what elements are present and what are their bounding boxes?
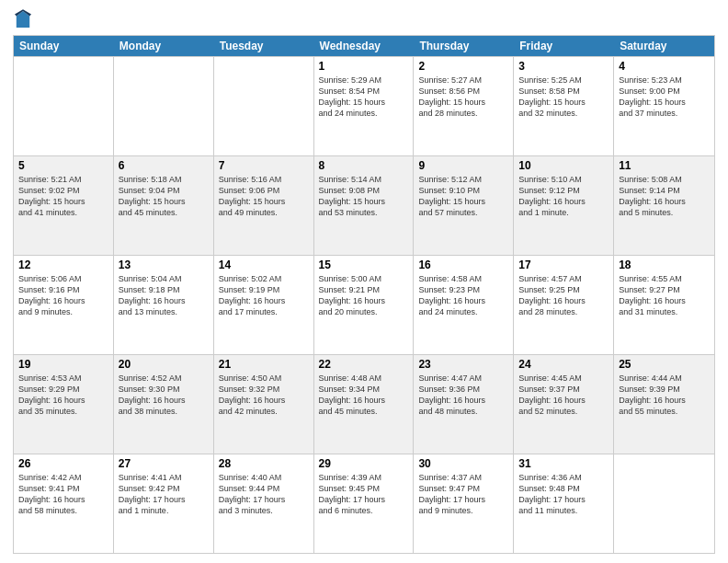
cal-cell: 2Sunrise: 5:27 AM Sunset: 8:56 PM Daylig… [414,57,514,155]
week-row-2: 12Sunrise: 5:06 AM Sunset: 9:16 PM Dayli… [14,255,714,354]
cell-info: Sunrise: 5:18 AM Sunset: 9:04 PM Dayligh… [119,174,209,219]
cell-info: Sunrise: 5:27 AM Sunset: 8:56 PM Dayligh… [418,75,508,120]
cal-cell: 23Sunrise: 4:47 AM Sunset: 9:36 PM Dayli… [414,355,514,454]
day-number: 18 [619,259,710,271]
cal-cell: 27Sunrise: 4:41 AM Sunset: 9:42 PM Dayli… [114,454,214,553]
cal-cell: 30Sunrise: 4:37 AM Sunset: 9:47 PM Dayli… [414,454,514,553]
cal-cell: 28Sunrise: 4:40 AM Sunset: 9:44 PM Dayli… [214,454,314,553]
cal-cell: 14Sunrise: 5:02 AM Sunset: 9:19 PM Dayli… [214,256,314,354]
cal-cell [14,57,114,155]
header-day-sunday: Sunday [14,36,114,56]
cal-cell: 1Sunrise: 5:29 AM Sunset: 8:54 PM Daylig… [314,57,415,155]
day-number: 28 [219,457,309,470]
cal-cell: 31Sunrise: 4:36 AM Sunset: 9:48 PM Dayli… [514,454,614,553]
day-number: 13 [119,259,209,271]
day-number: 12 [18,259,108,271]
day-number: 7 [219,159,309,172]
cal-cell: 7Sunrise: 5:16 AM Sunset: 9:06 PM Daylig… [214,156,314,255]
week-row-3: 19Sunrise: 4:53 AM Sunset: 9:29 PM Dayli… [14,354,714,454]
cell-info: Sunrise: 4:50 AM Sunset: 9:32 PM Dayligh… [219,373,309,418]
day-number: 19 [18,358,108,371]
cal-cell: 12Sunrise: 5:06 AM Sunset: 9:16 PM Dayli… [14,256,114,354]
day-number: 11 [619,159,710,172]
cell-info: Sunrise: 5:06 AM Sunset: 9:16 PM Dayligh… [18,273,108,318]
cell-info: Sunrise: 4:48 AM Sunset: 9:34 PM Dayligh… [319,373,409,418]
header-day-wednesday: Wednesday [314,36,415,56]
cell-info: Sunrise: 5:29 AM Sunset: 8:54 PM Dayligh… [319,75,409,120]
cal-cell: 11Sunrise: 5:08 AM Sunset: 9:14 PM Dayli… [614,156,714,255]
cell-info: Sunrise: 4:44 AM Sunset: 9:39 PM Dayligh… [619,373,710,418]
cal-cell: 5Sunrise: 5:21 AM Sunset: 9:02 PM Daylig… [14,156,114,255]
cal-cell: 3Sunrise: 5:25 AM Sunset: 8:58 PM Daylig… [514,57,614,155]
cell-info: Sunrise: 4:45 AM Sunset: 9:37 PM Dayligh… [518,373,609,418]
week-row-4: 26Sunrise: 4:42 AM Sunset: 9:41 PM Dayli… [14,454,714,553]
header-day-monday: Monday [114,36,214,56]
cal-cell: 20Sunrise: 4:52 AM Sunset: 9:30 PM Dayli… [114,355,214,454]
cal-cell: 17Sunrise: 4:57 AM Sunset: 9:25 PM Dayli… [514,256,614,354]
day-number: 21 [219,358,309,371]
cell-info: Sunrise: 5:21 AM Sunset: 9:02 PM Dayligh… [18,174,108,219]
cell-info: Sunrise: 4:47 AM Sunset: 9:36 PM Dayligh… [418,373,508,418]
cell-info: Sunrise: 5:23 AM Sunset: 9:00 PM Dayligh… [619,75,710,120]
cell-info: Sunrise: 4:36 AM Sunset: 9:48 PM Dayligh… [518,472,609,517]
day-number: 30 [418,457,508,470]
calendar-header-row: SundayMondayTuesdayWednesdayThursdayFrid… [14,36,714,56]
cell-info: Sunrise: 5:08 AM Sunset: 9:14 PM Dayligh… [619,174,710,219]
cal-cell: 29Sunrise: 4:39 AM Sunset: 9:45 PM Dayli… [314,454,415,553]
day-number: 16 [418,259,508,271]
cell-info: Sunrise: 4:39 AM Sunset: 9:45 PM Dayligh… [319,472,409,517]
header-day-friday: Friday [514,36,614,56]
week-row-0: 1Sunrise: 5:29 AM Sunset: 8:54 PM Daylig… [14,56,714,155]
cal-cell: 19Sunrise: 4:53 AM Sunset: 9:29 PM Dayli… [14,355,114,454]
header-day-tuesday: Tuesday [214,36,314,56]
cell-info: Sunrise: 5:12 AM Sunset: 9:10 PM Dayligh… [418,174,508,219]
header-day-thursday: Thursday [414,36,514,56]
cell-info: Sunrise: 5:04 AM Sunset: 9:18 PM Dayligh… [119,273,209,318]
cell-info: Sunrise: 5:25 AM Sunset: 8:58 PM Dayligh… [518,75,609,120]
cal-cell: 15Sunrise: 5:00 AM Sunset: 9:21 PM Dayli… [314,256,415,354]
day-number: 23 [418,358,508,371]
calendar-body: 1Sunrise: 5:29 AM Sunset: 8:54 PM Daylig… [14,56,714,553]
cal-cell [114,57,214,155]
cal-cell: 21Sunrise: 4:50 AM Sunset: 9:32 PM Dayli… [214,355,314,454]
cell-info: Sunrise: 4:55 AM Sunset: 9:27 PM Dayligh… [619,273,710,318]
header-day-saturday: Saturday [614,36,714,56]
logo-text [13,9,33,29]
calendar: SundayMondayTuesdayWednesdayThursdayFrid… [13,35,715,554]
cal-cell: 8Sunrise: 5:14 AM Sunset: 9:08 PM Daylig… [314,156,415,255]
cal-cell: 10Sunrise: 5:10 AM Sunset: 9:12 PM Dayli… [514,156,614,255]
day-number: 31 [518,457,609,470]
cal-cell: 26Sunrise: 4:42 AM Sunset: 9:41 PM Dayli… [14,454,114,553]
cell-info: Sunrise: 5:00 AM Sunset: 9:21 PM Dayligh… [319,273,409,318]
cell-info: Sunrise: 4:53 AM Sunset: 9:29 PM Dayligh… [18,373,108,418]
cal-cell: 16Sunrise: 4:58 AM Sunset: 9:23 PM Dayli… [414,256,514,354]
cell-info: Sunrise: 4:52 AM Sunset: 9:30 PM Dayligh… [119,373,209,418]
day-number: 3 [518,60,609,73]
day-number: 2 [418,60,508,73]
cell-info: Sunrise: 4:41 AM Sunset: 9:42 PM Dayligh… [119,472,209,517]
cal-cell [214,57,314,155]
week-row-1: 5Sunrise: 5:21 AM Sunset: 9:02 PM Daylig… [14,155,714,255]
cal-cell: 9Sunrise: 5:12 AM Sunset: 9:10 PM Daylig… [414,156,514,255]
cal-cell: 24Sunrise: 4:45 AM Sunset: 9:37 PM Dayli… [514,355,614,454]
cal-cell: 25Sunrise: 4:44 AM Sunset: 9:39 PM Dayli… [614,355,714,454]
cal-cell: 22Sunrise: 4:48 AM Sunset: 9:34 PM Dayli… [314,355,415,454]
cell-info: Sunrise: 4:57 AM Sunset: 9:25 PM Dayligh… [518,273,609,318]
cell-info: Sunrise: 5:10 AM Sunset: 9:12 PM Dayligh… [518,174,609,219]
day-number: 25 [619,358,710,371]
cal-cell: 4Sunrise: 5:23 AM Sunset: 9:00 PM Daylig… [614,57,714,155]
cal-cell: 18Sunrise: 4:55 AM Sunset: 9:27 PM Dayli… [614,256,714,354]
day-number: 5 [18,159,108,172]
day-number: 10 [518,159,609,172]
cell-info: Sunrise: 5:16 AM Sunset: 9:06 PM Dayligh… [219,174,309,219]
cal-cell: 13Sunrise: 5:04 AM Sunset: 9:18 PM Dayli… [114,256,214,354]
day-number: 24 [518,358,609,371]
cell-info: Sunrise: 4:58 AM Sunset: 9:23 PM Dayligh… [418,273,508,318]
cal-cell: 6Sunrise: 5:18 AM Sunset: 9:04 PM Daylig… [114,156,214,255]
day-number: 27 [119,457,209,470]
cell-info: Sunrise: 4:37 AM Sunset: 9:47 PM Dayligh… [418,472,508,517]
cell-info: Sunrise: 5:02 AM Sunset: 9:19 PM Dayligh… [219,273,309,318]
day-number: 1 [319,60,409,73]
cell-info: Sunrise: 5:14 AM Sunset: 9:08 PM Dayligh… [319,174,409,219]
day-number: 15 [319,259,409,271]
